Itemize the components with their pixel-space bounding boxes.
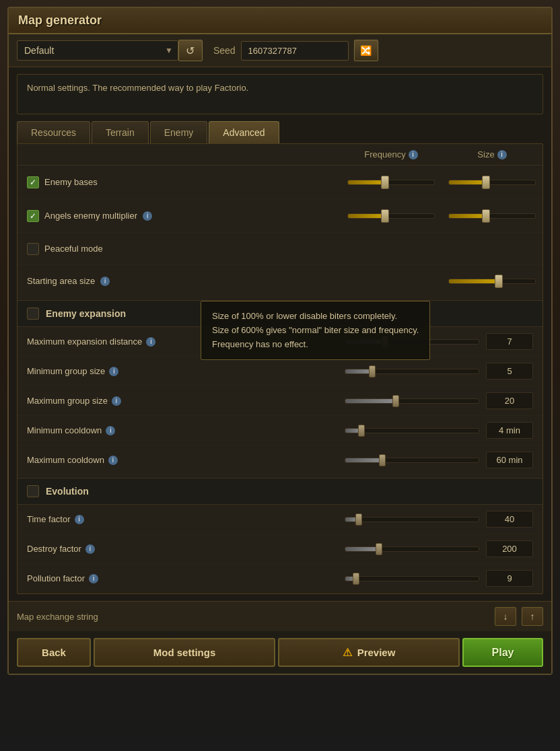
destroy-factor-label: Destroy factor bbox=[27, 544, 81, 554]
enemy-bases-label: Enemy bases bbox=[44, 177, 98, 187]
size-info-icon[interactable]: i bbox=[497, 150, 507, 159]
min-group-size-row: Minimum group size i 5 bbox=[18, 357, 542, 386]
shuffle-icon: 🔀 bbox=[360, 45, 372, 56]
import-exchange-button[interactable]: ↓ bbox=[495, 607, 516, 626]
tooltip-line2: Size of 600% gives "normal" biter size a… bbox=[212, 324, 419, 338]
max-group-size-slider[interactable] bbox=[345, 398, 479, 404]
window-title: Map generator bbox=[18, 13, 542, 28]
reset-icon: ↺ bbox=[186, 44, 195, 57]
tab-enemy[interactable]: Enemy bbox=[150, 121, 208, 143]
max-cooldown-info-icon[interactable]: i bbox=[108, 456, 118, 465]
peaceful-mode-checkbox[interactable] bbox=[27, 243, 39, 255]
min-cooldown-label: Minimum cooldown bbox=[27, 425, 102, 435]
preset-select[interactable]: Default bbox=[17, 40, 178, 61]
import-icon: ↓ bbox=[503, 611, 508, 622]
pollution-factor-label: Pollution factor bbox=[27, 573, 85, 583]
max-expansion-dist-info-icon[interactable]: i bbox=[146, 337, 155, 347]
frequency-info-icon[interactable]: i bbox=[409, 150, 418, 159]
peaceful-mode-label: Peaceful mode bbox=[44, 244, 103, 254]
size-header: Size i bbox=[442, 149, 542, 159]
size-tooltip: Size of 100% or lower disable biters com… bbox=[201, 301, 430, 360]
min-group-size-info-icon[interactable]: i bbox=[109, 367, 118, 376]
max-cooldown-label: Maximum cooldown bbox=[27, 455, 104, 465]
angels-enemy-info-icon[interactable]: i bbox=[143, 211, 152, 221]
pollution-factor-info-icon[interactable]: i bbox=[89, 574, 98, 583]
destroy-factor-row: Destroy factor i 200 bbox=[18, 534, 542, 564]
enemy-expansion-title: Enemy expansion bbox=[46, 308, 126, 319]
tab-bar: Resources Terrain Enemy Advanced bbox=[17, 121, 543, 143]
tooltip-line1: Size of 100% or lower disable biters com… bbox=[212, 310, 419, 324]
bottom-toolbar: Map exchange string ↓ ↑ bbox=[9, 601, 551, 631]
time-factor-row: Time factor i 40 bbox=[18, 505, 542, 534]
enemy-bases-freq-slider[interactable] bbox=[341, 177, 442, 188]
min-cooldown-info-icon[interactable]: i bbox=[106, 426, 115, 435]
time-factor-slider[interactable] bbox=[345, 517, 479, 522]
destroy-factor-slider[interactable] bbox=[345, 546, 479, 552]
destroy-factor-info-icon[interactable]: i bbox=[85, 544, 95, 554]
angels-freq-slider[interactable] bbox=[341, 211, 442, 221]
exchange-label: Map exchange string bbox=[17, 612, 98, 622]
time-factor-label: Time factor bbox=[27, 514, 71, 524]
mod-settings-button[interactable]: Mod settings bbox=[94, 638, 275, 667]
preview-label: Preview bbox=[357, 647, 396, 658]
evolution-header: Evolution bbox=[18, 478, 542, 505]
max-expansion-dist-value: 7 bbox=[486, 333, 533, 350]
peaceful-mode-row: Peaceful mode bbox=[18, 233, 542, 265]
min-cooldown-value: 4 min bbox=[486, 422, 533, 439]
max-cooldown-value: 60 min bbox=[486, 452, 533, 468]
max-group-size-value: 20 bbox=[486, 392, 533, 409]
min-cooldown-slider[interactable] bbox=[345, 428, 479, 433]
back-button[interactable]: Back bbox=[17, 638, 91, 667]
enemy-expansion-checkbox[interactable] bbox=[27, 308, 39, 320]
min-cooldown-row: Minimum cooldown i 4 min bbox=[18, 416, 542, 445]
max-expansion-dist-label: Maximum expansion distance bbox=[27, 336, 142, 347]
pollution-factor-slider[interactable] bbox=[345, 576, 479, 581]
max-group-size-row: Maximum group size i 20 bbox=[18, 386, 542, 416]
enemy-bases-checkbox[interactable] bbox=[27, 176, 39, 188]
toolbar: Default ▼ ↺ Seed 🔀 bbox=[9, 34, 551, 67]
angels-enemy-label: Angels enemy multiplier bbox=[44, 211, 137, 221]
enemy-bases-size-slider[interactable] bbox=[442, 177, 542, 188]
starting-area-label: Starting area size bbox=[27, 276, 95, 286]
seed-input[interactable] bbox=[241, 41, 349, 61]
max-cooldown-row: Maximum cooldown i 60 min bbox=[18, 445, 542, 475]
tab-terrain[interactable]: Terrain bbox=[92, 121, 149, 143]
enemy-bases-row: Enemy bases bbox=[18, 166, 542, 199]
angels-enemy-checkbox[interactable] bbox=[27, 210, 39, 222]
frequency-header: Frequency i bbox=[341, 149, 442, 159]
content-area: Frequency i Size i Enemy bases bbox=[17, 143, 543, 594]
evolution-checkbox[interactable] bbox=[27, 485, 39, 497]
tooltip-line3: Frequency has no effect. bbox=[212, 338, 419, 352]
action-bar: Back Mod settings ⚠ Preview Play bbox=[9, 631, 551, 674]
pollution-factor-row: Pollution factor i 9 bbox=[18, 564, 542, 594]
export-exchange-button[interactable]: ↑ bbox=[522, 607, 543, 626]
description-text: Normal settings. The recommended way to … bbox=[27, 83, 248, 93]
title-bar: Map generator bbox=[9, 8, 551, 34]
max-group-size-info-icon[interactable]: i bbox=[112, 396, 121, 406]
time-factor-info-icon[interactable]: i bbox=[75, 515, 84, 524]
preview-button[interactable]: ⚠ Preview bbox=[278, 638, 460, 667]
min-group-size-slider[interactable] bbox=[345, 369, 479, 374]
min-group-size-value: 5 bbox=[486, 363, 533, 380]
description-box: Normal settings. The recommended way to … bbox=[17, 74, 543, 114]
starting-area-row: Starting area size i bbox=[18, 265, 542, 297]
min-group-size-label: Minimum group size bbox=[27, 366, 105, 376]
seed-label: Seed bbox=[213, 45, 236, 56]
max-cooldown-slider[interactable] bbox=[345, 458, 479, 463]
warning-icon: ⚠ bbox=[343, 646, 352, 659]
evolution-title: Evolution bbox=[46, 486, 89, 497]
reset-button[interactable]: ↺ bbox=[178, 40, 203, 61]
export-icon: ↑ bbox=[530, 611, 535, 622]
play-button[interactable]: Play bbox=[462, 638, 543, 667]
random-seed-button[interactable]: 🔀 bbox=[354, 40, 378, 61]
time-factor-value: 40 bbox=[486, 511, 533, 528]
starting-area-info-icon[interactable]: i bbox=[100, 277, 110, 286]
angels-enemy-row: Angels enemy multiplier i bbox=[18, 199, 542, 233]
starting-area-size-slider[interactable] bbox=[442, 276, 542, 287]
tab-advanced[interactable]: Advanced bbox=[209, 121, 279, 143]
max-group-size-label: Maximum group size bbox=[27, 396, 108, 406]
pollution-factor-value: 9 bbox=[486, 570, 533, 587]
angels-size-slider[interactable] bbox=[442, 211, 542, 221]
tab-resources[interactable]: Resources bbox=[17, 121, 90, 143]
destroy-factor-value: 200 bbox=[486, 540, 533, 557]
